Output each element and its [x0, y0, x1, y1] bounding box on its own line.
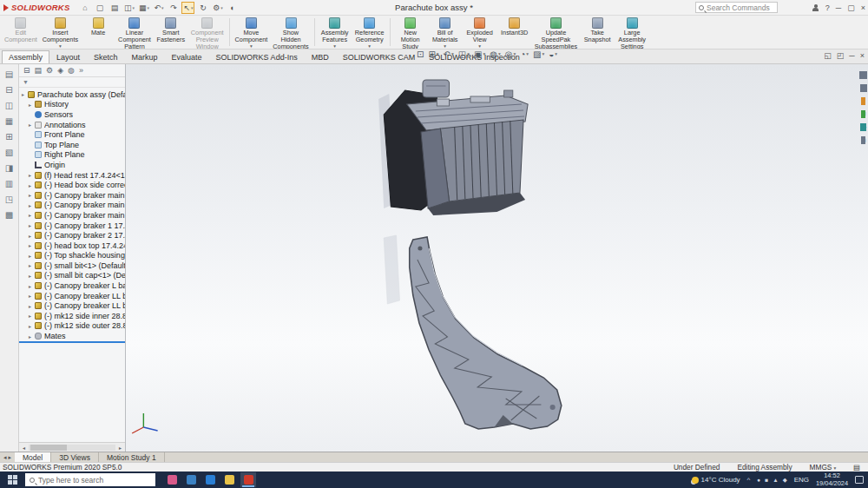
expand-arrow-icon[interactable]: ▸ [29, 253, 35, 259]
close-panel-icon[interactable]: × [860, 51, 865, 60]
edge-icon[interactable] [202, 472, 218, 487]
solidworks-icon[interactable] [240, 472, 256, 487]
reference-geometry-button[interactable]: Reference Geometry ▾ [352, 16, 387, 49]
exploded-view-button[interactable]: Exploded View ▾ [463, 16, 497, 49]
show-hidden-components-button[interactable]: Show Hidden Components [270, 16, 311, 49]
tree-item[interactable]: ▸ (-) Canopy braker main 2mm slot [19, 201, 125, 211]
tray-icon[interactable]: ● [757, 477, 760, 483]
tree-item[interactable]: ▸ (-) head box top 17.4.24<1> (Defa [19, 241, 125, 251]
edit-appearance-icon[interactable]: ◐ [226, 2, 239, 14]
expand-arrow-icon[interactable]: ▸ [29, 122, 35, 128]
status-units-selector[interactable]: MMGS▾ [810, 463, 837, 472]
save-icon[interactable]: ◫▾ [122, 2, 135, 14]
instant3d-button[interactable]: Instant3D [497, 16, 532, 49]
side-tool-icon[interactable]: ▤ [5, 69, 13, 79]
help-button[interactable]: ? [825, 3, 830, 12]
tray-icon[interactable]: ◆ [783, 477, 787, 484]
linear-component-pattern-button[interactable]: Linear Component Pattern ▾ [115, 16, 154, 49]
open-icon[interactable]: ▤ [108, 2, 121, 14]
weather-widget[interactable]: 14°C Cloudy [692, 476, 740, 484]
file-explorer-icon[interactable] [221, 472, 237, 487]
tab-motion-study-1[interactable]: Motion Study 1 [99, 452, 165, 462]
mate-button[interactable]: Mate [81, 16, 115, 49]
expand-arrow-icon[interactable]: ▸ [29, 202, 35, 208]
assembly-features-button[interactable]: Assembly Features ▾ [318, 16, 352, 49]
tray-icon[interactable]: ■ [765, 477, 768, 483]
taskbar-search[interactable]: Type here to search [25, 473, 155, 486]
tree-item[interactable]: ▸ (-) Canopy braker 1 17.4.24<1> (D [19, 221, 125, 231]
maximize-button[interactable]: ▢ [847, 3, 855, 12]
scroll-right-icon[interactable]: ▸ [9, 454, 12, 461]
tree-item[interactable]: ▸ (f) Head rest 17.4.24<1> (Default< [19, 170, 125, 181]
start-button[interactable] [8, 475, 17, 485]
tree-filter-row[interactable]: ▼ [19, 77, 125, 88]
tree-item[interactable]: ▸ Sensors [19, 109, 125, 120]
options-icon[interactable]: ⚙▾ [211, 2, 224, 14]
scroll-right-icon[interactable]: ▸ [115, 445, 125, 451]
model-canvas[interactable] [126, 64, 868, 452]
expand-arrow-icon[interactable]: ▸ [29, 313, 35, 319]
tree-item[interactable]: ▸ (-) Canopy breaker LL base 2mm [19, 291, 125, 301]
expand-arrow-icon[interactable]: ▸ [29, 102, 35, 108]
ribbon-button[interactable] [390, 18, 391, 46]
expand-arrow-icon[interactable]: ▸ [29, 212, 35, 218]
scroll-left-icon[interactable]: ◂ [3, 454, 7, 461]
tree-item[interactable]: ▸ (-) Canopy braker main 17.4.24<1 [19, 210, 125, 221]
pin-panel-icon[interactable]: ◱ [824, 51, 832, 60]
tree-item[interactable]: ▸ Origin [19, 160, 125, 170]
panel-overflow-icon[interactable]: » [79, 66, 83, 75]
side-tool-icon[interactable]: ▧ [5, 148, 13, 157]
ribbon-button[interactable] [314, 18, 315, 46]
upper-assembly-part[interactable] [378, 80, 528, 215]
tab-model[interactable]: Model [15, 452, 51, 462]
view-orientation-icon[interactable]: ▣▾ [472, 50, 487, 59]
tray-icon[interactable]: ▲ [773, 477, 778, 483]
insert-components-button[interactable]: Insert Components ▾ [40, 16, 81, 49]
home-icon[interactable]: ⌂ [78, 2, 91, 14]
view-settings-icon[interactable]: ◒▾ [547, 50, 559, 59]
move-component-button[interactable]: Move Component ▾ [233, 16, 271, 49]
lower-bracket-part[interactable] [384, 235, 562, 429]
expand-pane-icon[interactable]: ◂ [861, 136, 865, 144]
expand-arrow-icon[interactable]: ▸ [29, 233, 35, 239]
assembly-root[interactable]: ▸ Parachute box assy (Default<Display S [19, 89, 125, 100]
tree-item[interactable]: ▸ Front Plane [19, 129, 125, 140]
tree-item[interactable]: ▸ (-) Canopy braker main base<1> ( [19, 190, 125, 201]
tree-horizontal-scrollbar[interactable]: ◂ ▸ [19, 442, 125, 452]
tree-item[interactable]: ▸ (-) small bit<1> (Default<<Defaul [19, 260, 125, 271]
expand-arrow-icon[interactable]: ▸ [29, 273, 35, 279]
tree-item[interactable]: ▸ (-) Top shackle housing<1> (Defa [19, 251, 125, 261]
edit-component-button[interactable]: Edit Component [2, 16, 40, 49]
large-assembly-settings-button[interactable]: Large Assembly Settings ▾ [615, 16, 649, 49]
tree-item[interactable]: ▸ (-) mk12 side inner 28.8.22<1> (D [19, 311, 125, 321]
expand-arrow-icon[interactable]: ▸ [29, 242, 35, 248]
firefox-icon[interactable] [183, 472, 199, 487]
smart-fasteners-button[interactable]: Smart Fasteners [154, 16, 188, 49]
ribbon-button[interactable] [229, 18, 230, 46]
tab-markup[interactable]: Markup [125, 50, 165, 63]
previous-view-icon[interactable]: ↶▾ [442, 50, 456, 59]
side-tool-icon[interactable]: ▥ [5, 179, 13, 188]
sheet-set-icon[interactable]: ⊞ [860, 84, 867, 92]
tab-assembly[interactable]: Assembly [2, 50, 49, 63]
language-indicator[interactable]: ENG [794, 476, 809, 484]
apply-scene-icon[interactable]: ▨▾ [531, 50, 546, 59]
side-tool-icon[interactable]: ◫ [5, 101, 13, 110]
tray-expand-icon[interactable]: ^ [747, 476, 751, 484]
expand-arrow-icon[interactable]: ▸ [29, 192, 35, 198]
bill-of-materials-button[interactable]: Bill of Materials ▾ [428, 16, 463, 49]
expand-arrow-icon[interactable]: ▸ [22, 91, 28, 97]
tab-sketch[interactable]: Sketch [87, 50, 125, 63]
tab-3d-views[interactable]: 3D Views [51, 452, 99, 462]
select-icon[interactable]: ↖▾ [181, 2, 194, 14]
close-button[interactable]: × [861, 3, 865, 12]
side-tool-icon[interactable]: ▩ [5, 210, 13, 220]
expand-arrow-icon[interactable]: ▸ [29, 262, 35, 268]
hide-show-items-icon[interactable]: ◎▾ [503, 50, 518, 59]
taskbar-clock[interactable]: 14:52 19/04/2024 [816, 472, 848, 488]
expand-arrow-icon[interactable]: ▸ [29, 323, 35, 329]
status-sheet-icon[interactable]: ▤ [853, 463, 860, 472]
edit-appearance-icon[interactable]: ◔▾ [518, 50, 530, 59]
rebuild-icon[interactable]: ↻ [196, 2, 209, 14]
expand-arrow-icon[interactable]: ▸ [29, 293, 35, 299]
